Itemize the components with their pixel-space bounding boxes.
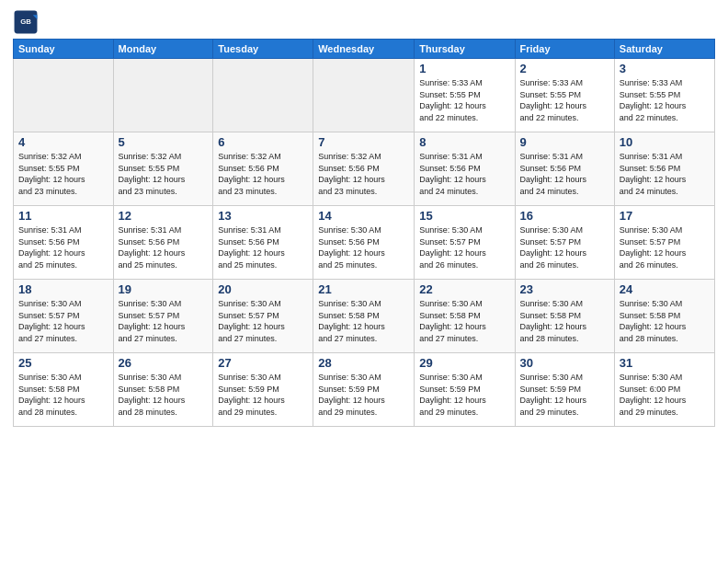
day-number: 19: [119, 282, 209, 296]
weekday-wednesday: Wednesday: [313, 40, 415, 59]
calendar-cell: 1Sunrise: 5:33 AMSunset: 5:55 PMDaylight…: [415, 59, 515, 132]
day-info: Sunrise: 5:31 AMSunset: 5:56 PMDaylight:…: [18, 224, 108, 270]
day-number: 25: [18, 356, 108, 370]
day-number: 5: [119, 135, 209, 149]
calendar-body: 1Sunrise: 5:33 AMSunset: 5:55 PMDaylight…: [14, 59, 715, 427]
day-info: Sunrise: 5:30 AMSunset: 5:58 PMDaylight:…: [119, 372, 209, 418]
day-info: Sunrise: 5:30 AMSunset: 5:57 PMDaylight:…: [218, 298, 308, 344]
calendar-cell: 19Sunrise: 5:30 AMSunset: 5:57 PMDayligh…: [113, 280, 213, 353]
day-info: Sunrise: 5:30 AMSunset: 5:57 PMDaylight:…: [18, 298, 108, 344]
calendar-week-4: 18Sunrise: 5:30 AMSunset: 5:57 PMDayligh…: [14, 280, 715, 353]
day-number: 4: [18, 135, 108, 149]
calendar-week-1: 1Sunrise: 5:33 AMSunset: 5:55 PMDaylight…: [14, 59, 715, 132]
day-info: Sunrise: 5:33 AMSunset: 5:55 PMDaylight:…: [620, 77, 710, 123]
svg-text:GB: GB: [20, 17, 31, 26]
day-number: 10: [620, 135, 710, 149]
day-info: Sunrise: 5:32 AMSunset: 5:56 PMDaylight:…: [318, 151, 409, 197]
day-number: 21: [318, 282, 409, 296]
calendar-page: GB SundayMondayTuesdayWednesdayThursdayF…: [0, 0, 728, 563]
day-number: 23: [520, 282, 609, 296]
day-number: 18: [18, 282, 108, 296]
weekday-friday: Friday: [515, 40, 614, 59]
day-number: 9: [520, 135, 609, 149]
day-number: 2: [520, 62, 609, 75]
calendar-cell: 25Sunrise: 5:30 AMSunset: 5:58 PMDayligh…: [14, 353, 114, 427]
calendar-cell: 6Sunrise: 5:32 AMSunset: 5:56 PMDaylight…: [213, 132, 313, 206]
weekday-sunday: Sunday: [14, 40, 114, 59]
calendar-week-5: 25Sunrise: 5:30 AMSunset: 5:58 PMDayligh…: [14, 353, 715, 427]
day-info: Sunrise: 5:30 AMSunset: 5:59 PMDaylight:…: [520, 372, 609, 418]
calendar-cell: 3Sunrise: 5:33 AMSunset: 5:55 PMDaylight…: [614, 59, 714, 132]
calendar-week-3: 11Sunrise: 5:31 AMSunset: 5:56 PMDayligh…: [14, 206, 715, 280]
day-number: 13: [218, 209, 308, 223]
day-info: Sunrise: 5:30 AMSunset: 5:59 PMDaylight:…: [318, 372, 409, 418]
day-info: Sunrise: 5:30 AMSunset: 5:57 PMDaylight:…: [419, 224, 509, 270]
calendar-cell: 16Sunrise: 5:30 AMSunset: 5:57 PMDayligh…: [515, 206, 614, 280]
calendar-cell: 13Sunrise: 5:31 AMSunset: 5:56 PMDayligh…: [213, 206, 313, 280]
calendar-cell: 11Sunrise: 5:31 AMSunset: 5:56 PMDayligh…: [14, 206, 114, 280]
calendar-cell: 23Sunrise: 5:30 AMSunset: 5:58 PMDayligh…: [515, 280, 614, 353]
day-info: Sunrise: 5:30 AMSunset: 5:58 PMDaylight:…: [419, 298, 509, 344]
day-number: 27: [218, 356, 308, 370]
weekday-saturday: Saturday: [614, 40, 714, 59]
day-number: 8: [419, 135, 509, 149]
calendar-cell: 24Sunrise: 5:30 AMSunset: 5:58 PMDayligh…: [614, 280, 714, 353]
day-info: Sunrise: 5:31 AMSunset: 5:56 PMDaylight:…: [419, 151, 509, 197]
day-info: Sunrise: 5:32 AMSunset: 5:55 PMDaylight:…: [119, 151, 209, 197]
day-info: Sunrise: 5:31 AMSunset: 5:56 PMDaylight:…: [119, 224, 209, 270]
calendar-table: SundayMondayTuesdayWednesdayThursdayFrid…: [13, 39, 715, 427]
calendar-cell: [313, 59, 415, 132]
day-info: Sunrise: 5:30 AMSunset: 5:59 PMDaylight:…: [419, 372, 509, 418]
day-number: 24: [620, 282, 710, 296]
day-info: Sunrise: 5:33 AMSunset: 5:55 PMDaylight:…: [520, 77, 609, 123]
calendar-cell: 30Sunrise: 5:30 AMSunset: 5:59 PMDayligh…: [515, 353, 614, 427]
calendar-cell: 21Sunrise: 5:30 AMSunset: 5:58 PMDayligh…: [313, 280, 415, 353]
weekday-thursday: Thursday: [415, 40, 515, 59]
day-number: 11: [18, 209, 108, 223]
page-header: GB: [13, 9, 715, 35]
day-info: Sunrise: 5:31 AMSunset: 5:56 PMDaylight:…: [520, 151, 609, 197]
day-number: 30: [520, 356, 609, 370]
calendar-cell: 5Sunrise: 5:32 AMSunset: 5:55 PMDaylight…: [113, 132, 213, 206]
day-info: Sunrise: 5:32 AMSunset: 5:56 PMDaylight:…: [218, 151, 308, 197]
calendar-cell: 2Sunrise: 5:33 AMSunset: 5:55 PMDaylight…: [515, 59, 614, 132]
calendar-cell: 27Sunrise: 5:30 AMSunset: 5:59 PMDayligh…: [213, 353, 313, 427]
calendar-cell: 20Sunrise: 5:30 AMSunset: 5:57 PMDayligh…: [213, 280, 313, 353]
day-info: Sunrise: 5:30 AMSunset: 5:57 PMDaylight:…: [620, 224, 710, 270]
weekday-tuesday: Tuesday: [213, 40, 313, 59]
day-info: Sunrise: 5:31 AMSunset: 5:56 PMDaylight:…: [620, 151, 710, 197]
day-number: 31: [620, 356, 710, 370]
day-number: 16: [520, 209, 609, 223]
calendar-cell: 4Sunrise: 5:32 AMSunset: 5:55 PMDaylight…: [14, 132, 114, 206]
calendar-cell: [14, 59, 114, 132]
calendar-cell: 9Sunrise: 5:31 AMSunset: 5:56 PMDaylight…: [515, 132, 614, 206]
day-number: 15: [419, 209, 509, 223]
day-number: 29: [419, 356, 509, 370]
calendar-cell: [113, 59, 213, 132]
day-number: 3: [620, 62, 710, 75]
calendar-cell: 17Sunrise: 5:30 AMSunset: 5:57 PMDayligh…: [614, 206, 714, 280]
calendar-cell: 14Sunrise: 5:30 AMSunset: 5:56 PMDayligh…: [313, 206, 415, 280]
day-info: Sunrise: 5:30 AMSunset: 5:58 PMDaylight:…: [620, 298, 710, 344]
day-number: 7: [318, 135, 409, 149]
weekday-header-row: SundayMondayTuesdayWednesdayThursdayFrid…: [14, 40, 715, 59]
calendar-cell: 31Sunrise: 5:30 AMSunset: 6:00 PMDayligh…: [614, 353, 714, 427]
day-info: Sunrise: 5:30 AMSunset: 6:00 PMDaylight:…: [620, 372, 710, 418]
day-number: 12: [119, 209, 209, 223]
calendar-cell: 22Sunrise: 5:30 AMSunset: 5:58 PMDayligh…: [415, 280, 515, 353]
calendar-cell: 29Sunrise: 5:30 AMSunset: 5:59 PMDayligh…: [415, 353, 515, 427]
calendar-header: SundayMondayTuesdayWednesdayThursdayFrid…: [14, 40, 715, 59]
day-info: Sunrise: 5:30 AMSunset: 5:58 PMDaylight:…: [520, 298, 609, 344]
calendar-cell: 8Sunrise: 5:31 AMSunset: 5:56 PMDaylight…: [415, 132, 515, 206]
day-number: 26: [119, 356, 209, 370]
day-info: Sunrise: 5:31 AMSunset: 5:56 PMDaylight:…: [218, 224, 308, 270]
calendar-cell: 12Sunrise: 5:31 AMSunset: 5:56 PMDayligh…: [113, 206, 213, 280]
day-number: 20: [218, 282, 308, 296]
day-number: 1: [419, 62, 509, 75]
calendar-cell: 26Sunrise: 5:30 AMSunset: 5:58 PMDayligh…: [113, 353, 213, 427]
day-number: 28: [318, 356, 409, 370]
calendar-cell: [213, 59, 313, 132]
logo-icon: GB: [13, 9, 39, 35]
day-info: Sunrise: 5:30 AMSunset: 5:58 PMDaylight:…: [18, 372, 108, 418]
day-number: 6: [218, 135, 308, 149]
